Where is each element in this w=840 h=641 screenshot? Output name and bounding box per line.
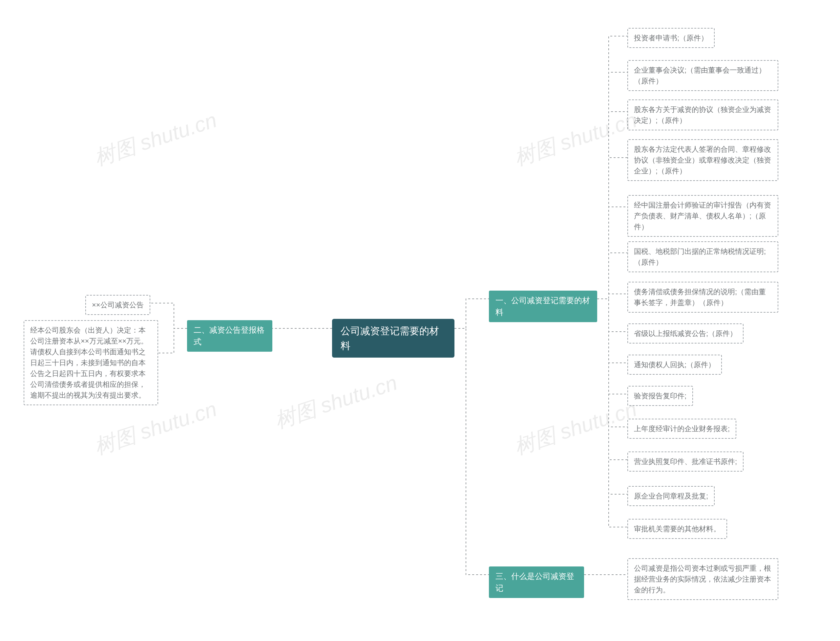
branch-1-item-4: 股东各方法定代表人签署的合同、章程修改协议（非独资企业）或章程修改决定（独资企业… xyxy=(627,139,778,181)
branch-2[interactable]: 二、减资公告登报格式 xyxy=(187,320,272,352)
branch-1-item-5: 经中国注册会计师验证的审计报告（内有资产负债表、财产清单、债权人名单）;（原件） xyxy=(627,195,778,237)
watermark: 树图 shutu.cn xyxy=(271,369,401,435)
branch-1-item-11: 上年度经审计的企业财务报表; xyxy=(627,419,736,439)
branch-1[interactable]: 一、公司减资登记需要的材料 xyxy=(489,291,597,322)
branch-2-item-1: ××公司减资公告 xyxy=(85,295,150,315)
branch-1-item-7: 债务清偿或债务担保情况的说明;（需由董事长签字，并盖章）（原件） xyxy=(627,282,778,312)
branch-2-item-2: 经本公司股东会（出资人）决定：本公司注册资本从××万元减至××万元。请债权人自接… xyxy=(24,320,158,405)
branch-1-item-14: 审批机关需要的其他材料。 xyxy=(627,519,727,539)
branch-1-item-1: 投资者申请书;（原件） xyxy=(627,28,715,48)
branch-3[interactable]: 三、什么是公司减资登记 xyxy=(489,567,584,598)
branch-3-item-1: 公司减资是指公司资本过剩或亏损严重，根据经营业务的实际情况，依法减少注册资本金的… xyxy=(627,558,778,600)
root-node[interactable]: 公司减资登记需要的材料 xyxy=(332,319,455,358)
watermark: 树图 shutu.cn xyxy=(511,106,641,172)
branch-1-item-12: 营业执照复印件、批准证书原件; xyxy=(627,451,744,472)
branch-1-item-9: 通知债权人回执;（原件） xyxy=(627,355,722,375)
watermark: 树图 shutu.cn xyxy=(511,395,641,461)
branch-1-item-3: 股东各方关于减资的协议（独资企业为减资决定）;（原件） xyxy=(627,100,778,130)
branch-1-item-8: 省级以上报纸减资公告;（原件） xyxy=(627,324,744,343)
branch-1-item-13: 原企业合同章程及批复; xyxy=(627,486,715,506)
watermark: 树图 shutu.cn xyxy=(91,106,220,172)
branch-1-item-2: 企业董事会决议;（需由董事会一致通过）（原件） xyxy=(627,60,778,91)
branch-1-item-6: 国税、地税部门出据的正常纳税情况证明;（原件） xyxy=(627,242,778,272)
branch-1-item-10: 验资报告复印件; xyxy=(627,386,693,406)
